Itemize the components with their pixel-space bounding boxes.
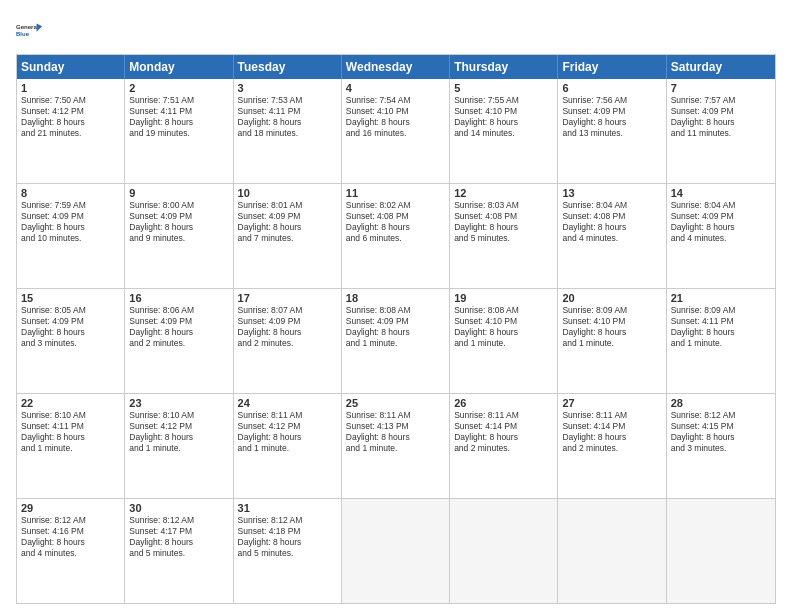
cal-cell-15: 15Sunrise: 8:05 AMSunset: 4:09 PMDayligh… [17, 289, 125, 393]
day-number: 26 [454, 397, 553, 409]
cal-row-2: 8Sunrise: 7:59 AMSunset: 4:09 PMDaylight… [17, 184, 775, 289]
cal-cell-empty-3 [342, 499, 450, 603]
day-number: 27 [562, 397, 661, 409]
cal-row-5: 29Sunrise: 8:12 AMSunset: 4:16 PMDayligh… [17, 499, 775, 603]
day-number: 31 [238, 502, 337, 514]
cal-cell-4: 4Sunrise: 7:54 AMSunset: 4:10 PMDaylight… [342, 79, 450, 183]
cal-cell-25: 25Sunrise: 8:11 AMSunset: 4:13 PMDayligh… [342, 394, 450, 498]
day-number: 19 [454, 292, 553, 304]
cal-cell-10: 10Sunrise: 8:01 AMSunset: 4:09 PMDayligh… [234, 184, 342, 288]
cell-info: Sunrise: 8:11 AMSunset: 4:13 PMDaylight:… [346, 410, 445, 454]
cal-cell-3: 3Sunrise: 7:53 AMSunset: 4:11 PMDaylight… [234, 79, 342, 183]
cal-cell-31: 31Sunrise: 8:12 AMSunset: 4:18 PMDayligh… [234, 499, 342, 603]
cell-info: Sunrise: 7:50 AMSunset: 4:12 PMDaylight:… [21, 95, 120, 139]
cal-cell-9: 9Sunrise: 8:00 AMSunset: 4:09 PMDaylight… [125, 184, 233, 288]
cell-info: Sunrise: 8:02 AMSunset: 4:08 PMDaylight:… [346, 200, 445, 244]
day-number: 13 [562, 187, 661, 199]
cell-info: Sunrise: 7:55 AMSunset: 4:10 PMDaylight:… [454, 95, 553, 139]
day-number: 1 [21, 82, 120, 94]
cell-info: Sunrise: 8:12 AMSunset: 4:15 PMDaylight:… [671, 410, 771, 454]
day-number: 28 [671, 397, 771, 409]
cell-info: Sunrise: 8:12 AMSunset: 4:17 PMDaylight:… [129, 515, 228, 559]
header-day-monday: Monday [125, 55, 233, 79]
cell-info: Sunrise: 8:04 AMSunset: 4:09 PMDaylight:… [671, 200, 771, 244]
day-number: 17 [238, 292, 337, 304]
cell-info: Sunrise: 8:11 AMSunset: 4:14 PMDaylight:… [562, 410, 661, 454]
cell-info: Sunrise: 8:09 AMSunset: 4:11 PMDaylight:… [671, 305, 771, 349]
cell-info: Sunrise: 7:54 AMSunset: 4:10 PMDaylight:… [346, 95, 445, 139]
cell-info: Sunrise: 7:51 AMSunset: 4:11 PMDaylight:… [129, 95, 228, 139]
cal-cell-8: 8Sunrise: 7:59 AMSunset: 4:09 PMDaylight… [17, 184, 125, 288]
logo-icon: GeneralBlue [16, 16, 44, 44]
cal-cell-14: 14Sunrise: 8:04 AMSunset: 4:09 PMDayligh… [667, 184, 775, 288]
cal-cell-28: 28Sunrise: 8:12 AMSunset: 4:15 PMDayligh… [667, 394, 775, 498]
cal-row-4: 22Sunrise: 8:10 AMSunset: 4:11 PMDayligh… [17, 394, 775, 499]
cal-cell-empty-6 [667, 499, 775, 603]
cell-info: Sunrise: 8:08 AMSunset: 4:09 PMDaylight:… [346, 305, 445, 349]
cell-info: Sunrise: 8:09 AMSunset: 4:10 PMDaylight:… [562, 305, 661, 349]
calendar-body: 1Sunrise: 7:50 AMSunset: 4:12 PMDaylight… [17, 79, 775, 603]
header-day-wednesday: Wednesday [342, 55, 450, 79]
cal-cell-21: 21Sunrise: 8:09 AMSunset: 4:11 PMDayligh… [667, 289, 775, 393]
cell-info: Sunrise: 8:00 AMSunset: 4:09 PMDaylight:… [129, 200, 228, 244]
cal-cell-6: 6Sunrise: 7:56 AMSunset: 4:09 PMDaylight… [558, 79, 666, 183]
day-number: 30 [129, 502, 228, 514]
day-number: 14 [671, 187, 771, 199]
cal-cell-2: 2Sunrise: 7:51 AMSunset: 4:11 PMDaylight… [125, 79, 233, 183]
cell-info: Sunrise: 7:56 AMSunset: 4:09 PMDaylight:… [562, 95, 661, 139]
day-number: 3 [238, 82, 337, 94]
cal-cell-18: 18Sunrise: 8:08 AMSunset: 4:09 PMDayligh… [342, 289, 450, 393]
cal-cell-22: 22Sunrise: 8:10 AMSunset: 4:11 PMDayligh… [17, 394, 125, 498]
cell-info: Sunrise: 8:01 AMSunset: 4:09 PMDaylight:… [238, 200, 337, 244]
day-number: 4 [346, 82, 445, 94]
cell-info: Sunrise: 8:10 AMSunset: 4:12 PMDaylight:… [129, 410, 228, 454]
day-number: 2 [129, 82, 228, 94]
cal-cell-13: 13Sunrise: 8:04 AMSunset: 4:08 PMDayligh… [558, 184, 666, 288]
cal-cell-empty-4 [450, 499, 558, 603]
cal-cell-29: 29Sunrise: 8:12 AMSunset: 4:16 PMDayligh… [17, 499, 125, 603]
cal-cell-12: 12Sunrise: 8:03 AMSunset: 4:08 PMDayligh… [450, 184, 558, 288]
day-number: 10 [238, 187, 337, 199]
cell-info: Sunrise: 7:57 AMSunset: 4:09 PMDaylight:… [671, 95, 771, 139]
cal-cell-24: 24Sunrise: 8:11 AMSunset: 4:12 PMDayligh… [234, 394, 342, 498]
calendar: SundayMondayTuesdayWednesdayThursdayFrid… [16, 54, 776, 604]
svg-text:General: General [16, 24, 39, 30]
cell-info: Sunrise: 8:07 AMSunset: 4:09 PMDaylight:… [238, 305, 337, 349]
cal-cell-empty-5 [558, 499, 666, 603]
header-day-saturday: Saturday [667, 55, 775, 79]
cal-cell-30: 30Sunrise: 8:12 AMSunset: 4:17 PMDayligh… [125, 499, 233, 603]
day-number: 6 [562, 82, 661, 94]
calendar-header: SundayMondayTuesdayWednesdayThursdayFrid… [17, 55, 775, 79]
page-header: GeneralBlue [16, 16, 776, 44]
cell-info: Sunrise: 8:10 AMSunset: 4:11 PMDaylight:… [21, 410, 120, 454]
day-number: 25 [346, 397, 445, 409]
day-number: 23 [129, 397, 228, 409]
cal-cell-23: 23Sunrise: 8:10 AMSunset: 4:12 PMDayligh… [125, 394, 233, 498]
cal-cell-5: 5Sunrise: 7:55 AMSunset: 4:10 PMDaylight… [450, 79, 558, 183]
cal-cell-7: 7Sunrise: 7:57 AMSunset: 4:09 PMDaylight… [667, 79, 775, 183]
day-number: 15 [21, 292, 120, 304]
cell-info: Sunrise: 8:12 AMSunset: 4:16 PMDaylight:… [21, 515, 120, 559]
header-day-sunday: Sunday [17, 55, 125, 79]
day-number: 21 [671, 292, 771, 304]
cell-info: Sunrise: 8:11 AMSunset: 4:12 PMDaylight:… [238, 410, 337, 454]
day-number: 29 [21, 502, 120, 514]
day-number: 20 [562, 292, 661, 304]
cell-info: Sunrise: 8:03 AMSunset: 4:08 PMDaylight:… [454, 200, 553, 244]
cal-cell-17: 17Sunrise: 8:07 AMSunset: 4:09 PMDayligh… [234, 289, 342, 393]
cal-row-1: 1Sunrise: 7:50 AMSunset: 4:12 PMDaylight… [17, 79, 775, 184]
cal-cell-26: 26Sunrise: 8:11 AMSunset: 4:14 PMDayligh… [450, 394, 558, 498]
cal-cell-16: 16Sunrise: 8:06 AMSunset: 4:09 PMDayligh… [125, 289, 233, 393]
cell-info: Sunrise: 8:11 AMSunset: 4:14 PMDaylight:… [454, 410, 553, 454]
logo: GeneralBlue [16, 16, 44, 44]
day-number: 8 [21, 187, 120, 199]
cell-info: Sunrise: 7:53 AMSunset: 4:11 PMDaylight:… [238, 95, 337, 139]
cal-cell-11: 11Sunrise: 8:02 AMSunset: 4:08 PMDayligh… [342, 184, 450, 288]
cell-info: Sunrise: 8:06 AMSunset: 4:09 PMDaylight:… [129, 305, 228, 349]
cell-info: Sunrise: 8:04 AMSunset: 4:08 PMDaylight:… [562, 200, 661, 244]
day-number: 9 [129, 187, 228, 199]
day-number: 18 [346, 292, 445, 304]
svg-text:Blue: Blue [16, 31, 30, 37]
header-day-tuesday: Tuesday [234, 55, 342, 79]
day-number: 7 [671, 82, 771, 94]
